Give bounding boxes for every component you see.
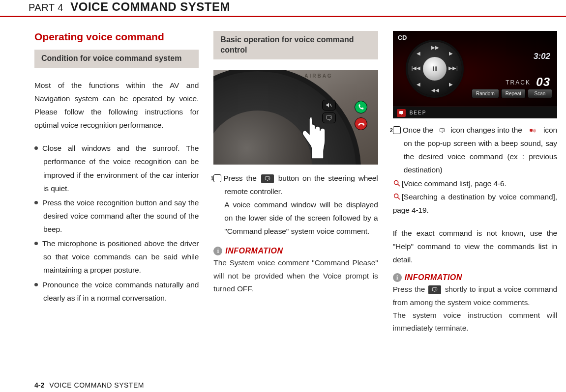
voice-idle-icon xyxy=(437,126,447,136)
step-number-1: 1 xyxy=(213,174,221,182)
beep-bar: BEEP xyxy=(393,107,557,118)
bullet-item: Pronounce the voice commands naturally a… xyxy=(34,278,199,305)
track-number: 03 xyxy=(536,75,550,88)
info-icon: i xyxy=(213,247,222,255)
page-footer: 4-2 VOICE COMMAND SYSTEM xyxy=(34,381,144,389)
dial-ff-icon: ▶▶ xyxy=(431,45,439,50)
random-button: Random xyxy=(472,89,499,98)
dial-btn: ◀ xyxy=(417,51,420,56)
page-number: 4-2 xyxy=(34,381,44,389)
page-title: VOICE COMMAND SYSTEM xyxy=(70,0,230,13)
bullet-item: The microphone is positioned above the d… xyxy=(34,237,199,277)
content-columns: Operating voice command Condition for vo… xyxy=(0,31,566,335)
track-label: TRACK xyxy=(506,79,531,86)
magnifier-icon xyxy=(393,178,401,186)
dial-prev-icon: |◀◀ xyxy=(412,65,421,71)
bullet-item: Press the voice recognition button and s… xyxy=(34,196,199,236)
footer-title: VOICE COMMAND SYSTEM xyxy=(49,381,144,389)
dial-next-icon: ▶▶| xyxy=(448,65,458,71)
info-text-2b: The system voice instruction comment wil… xyxy=(393,309,557,335)
dial-btn: ▶ xyxy=(449,82,453,87)
beep-label: BEEP xyxy=(410,110,427,115)
steering-wheel-figure: AIRBAG xyxy=(213,70,378,165)
steering-mute-button xyxy=(322,100,336,111)
info-label: INFORMATION xyxy=(405,273,462,282)
info-icon: i xyxy=(393,273,402,282)
dial-btn: ▶ xyxy=(449,51,453,56)
ref-voice-command-list: [Voice command list], page 4-6. xyxy=(393,177,557,190)
step-1-continued: A voice command window will be displayed… xyxy=(213,198,378,238)
dial-rw-icon: ◀◀ xyxy=(431,87,439,93)
column-2: Basic operation for voice command contro… xyxy=(213,31,378,335)
subhead-basic-op: Basic operation for voice command contro… xyxy=(213,31,378,59)
magnifier-icon xyxy=(393,191,401,199)
step-number-2: 2 xyxy=(393,126,401,134)
column-1: Operating voice command Condition for vo… xyxy=(34,31,199,335)
cd-button-row: Random Repeat Scan xyxy=(472,89,552,98)
info-label: INFORMATION xyxy=(225,247,283,255)
bullet-item: Close all windows and the sunroof. The p… xyxy=(34,141,199,195)
cd-player-screenshot: CD 3:02 ▶▶ ◀◀ |◀◀ ▶▶| ◀ ▶ ◀ ▶ TRACK 03 R… xyxy=(393,31,557,118)
svg-rect-1 xyxy=(433,66,434,71)
information-heading-2: i INFORMATION xyxy=(393,273,557,282)
track-row: TRACK 03 xyxy=(506,75,550,89)
info-text-2: Press the shortly to input a voice comma… xyxy=(393,283,557,309)
scan-button: Scan xyxy=(528,89,552,98)
play-pause-icon xyxy=(423,57,447,81)
steering-call-button xyxy=(355,101,367,113)
step-1: 1Press the button on the steering wheel … xyxy=(213,171,378,198)
repeat-button: Repeat xyxy=(501,89,526,98)
hand-pointer-icon xyxy=(295,114,329,161)
airbag-label: AIRBAG xyxy=(304,73,332,79)
column-3: CD 3:02 ▶▶ ◀◀ |◀◀ ▶▶| ◀ ▶ ◀ ▶ TRACK 03 R… xyxy=(393,31,557,335)
subhead-condition: Condition for voice command system xyxy=(34,50,199,68)
svg-line-4 xyxy=(397,184,400,186)
information-heading: i INFORMATION xyxy=(213,247,378,255)
cd-label: CD xyxy=(398,34,407,41)
part-label: PART 4 xyxy=(29,2,63,13)
svg-rect-2 xyxy=(435,66,437,71)
cd-time: 3:02 xyxy=(534,52,550,61)
bullet-list: Close all windows and the sunroof. The p… xyxy=(34,141,199,305)
voice-active-red-icon xyxy=(525,126,540,136)
step-2: 2Once the icon changes into the icon on … xyxy=(393,123,557,177)
svg-line-0 xyxy=(329,104,331,107)
svg-line-6 xyxy=(397,197,400,199)
section-heading: Operating voice command xyxy=(34,31,199,43)
voice-active-icon xyxy=(397,109,406,117)
page-header: PART 4 VOICE COMMAND SYSTEM xyxy=(0,0,566,17)
voice-button-icon xyxy=(261,174,274,183)
help-paragraph: If the exact command is not known, use t… xyxy=(393,226,557,266)
ref-search-destination: [Searching a destination by voice comman… xyxy=(393,190,557,217)
dial-btn: ◀ xyxy=(417,82,420,87)
steering-end-button xyxy=(355,117,367,130)
voice-button-icon xyxy=(428,285,441,294)
info-text: The System voice comment "Command Please… xyxy=(213,256,378,295)
cd-dial: ▶▶ ◀◀ |◀◀ ▶▶| ◀ ▶ ◀ ▶ xyxy=(408,42,462,96)
intro-paragraph: Most of the functions within the AV and … xyxy=(34,79,199,132)
